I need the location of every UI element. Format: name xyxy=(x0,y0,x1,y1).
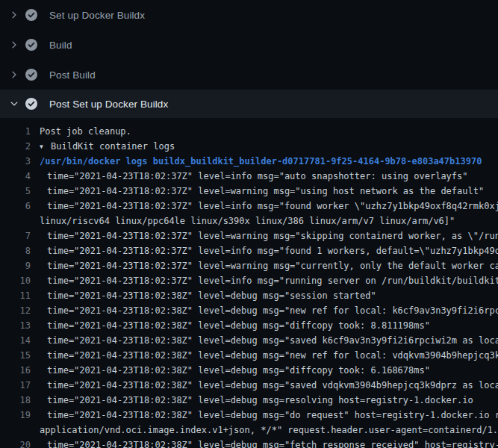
line-number[interactable]: 8 xyxy=(0,243,31,258)
line-number[interactable]: 18 xyxy=(0,393,31,408)
log-text: time="2021-04-23T18:02:38Z" level=debug … xyxy=(40,303,498,318)
step-row-post-build[interactable]: Post Build xyxy=(0,60,498,90)
log-text: time="2021-04-23T18:02:38Z" level=debug … xyxy=(40,348,498,363)
log-line[interactable]: 3/usr/bin/docker logs buildx_buildkit_bu… xyxy=(0,154,498,169)
check-circle-icon xyxy=(25,9,37,21)
check-circle-icon xyxy=(25,69,37,81)
group-toggle-icon[interactable]: ▼ xyxy=(40,140,46,155)
log-text: time="2021-04-23T18:02:37Z" level=info m… xyxy=(40,243,498,258)
log-line[interactable]: 19time="2021-04-23T18:02:38Z" level=debu… xyxy=(0,408,498,423)
log-text: application/vnd.oci.image.index.v1+json,… xyxy=(40,423,498,438)
check-circle-icon xyxy=(25,39,37,51)
log-text: time="2021-04-23T18:02:38Z" level=debug … xyxy=(40,378,498,393)
step-row-set-up-docker-buildx[interactable]: Set up Docker Buildx xyxy=(0,0,498,30)
log-line[interactable]: linux/riscv64 linux/ppc64le linux/s390x … xyxy=(0,214,498,228)
log-line[interactable]: 7time="2021-04-23T18:02:37Z" level=warni… xyxy=(0,228,498,243)
line-number[interactable]: 13 xyxy=(0,318,31,333)
line-number[interactable]: 10 xyxy=(0,273,31,288)
line-number[interactable]: 7 xyxy=(0,228,31,243)
log-line[interactable]: 15time="2021-04-23T18:02:38Z" level=debu… xyxy=(0,348,498,363)
log-line[interactable]: 16time="2021-04-23T18:02:38Z" level=debu… xyxy=(0,363,498,378)
log-text: Post job cleanup. xyxy=(40,124,131,139)
log-text: time="2021-04-23T18:02:37Z" level=warnin… xyxy=(40,228,498,243)
log-line[interactable]: 5time="2021-04-23T18:02:37Z" level=warni… xyxy=(0,184,498,199)
log-text: time="2021-04-23T18:02:38Z" level=debug … xyxy=(40,318,430,333)
log-output: 1Post job cleanup.2▼BuildKit container l… xyxy=(0,118,498,448)
log-text: time="2021-04-23T18:02:37Z" level=warnin… xyxy=(40,258,498,273)
log-line[interactable]: application/vnd.oci.image.index.v1+json,… xyxy=(0,423,498,438)
log-text: time="2021-04-23T18:02:38Z" level=debug … xyxy=(40,363,430,378)
log-text: time="2021-04-23T18:02:38Z" level=debug … xyxy=(40,333,498,348)
line-number[interactable]: 4 xyxy=(0,169,31,184)
log-line[interactable]: 8time="2021-04-23T18:02:37Z" level=info … xyxy=(0,243,498,258)
log-line[interactable]: 14time="2021-04-23T18:02:38Z" level=debu… xyxy=(0,333,498,348)
line-number[interactable]: 2 xyxy=(0,139,31,154)
log-command-text: /usr/bin/docker logs buildx_buildkit_bui… xyxy=(40,154,482,169)
log-text: time="2021-04-23T18:02:37Z" level=info m… xyxy=(40,273,498,288)
step-title: Build xyxy=(49,40,72,51)
log-text: time="2021-04-23T18:02:37Z" level=info m… xyxy=(40,169,468,184)
chevron-right-icon xyxy=(9,69,19,80)
line-number[interactable]: 5 xyxy=(0,184,31,199)
log-line[interactable]: 12time="2021-04-23T18:02:38Z" level=debu… xyxy=(0,303,498,318)
chevron-right-icon xyxy=(9,40,19,50)
step-row-post-set-up-docker-buildx[interactable]: Post Set up Docker Buildx xyxy=(0,90,498,118)
check-circle-icon xyxy=(25,98,37,110)
line-number[interactable]: 17 xyxy=(0,378,31,393)
line-number[interactable]: 14 xyxy=(0,333,31,348)
log-line[interactable]: 17time="2021-04-23T18:02:38Z" level=debu… xyxy=(0,378,498,393)
line-number[interactable]: 20 xyxy=(0,438,31,448)
line-number[interactable]: 12 xyxy=(0,303,31,318)
chevron-right-icon xyxy=(9,10,19,20)
log-text: linux/riscv64 linux/ppc64le linux/s390x … xyxy=(40,214,455,228)
log-line[interactable]: 9time="2021-04-23T18:02:37Z" level=warni… xyxy=(0,258,498,273)
line-number[interactable]: 3 xyxy=(0,154,31,169)
step-row-build[interactable]: Build xyxy=(0,30,498,60)
log-text: time="2021-04-23T18:02:37Z" level=info m… xyxy=(40,199,498,214)
log-text: time="2021-04-23T18:02:38Z" level=debug … xyxy=(40,288,376,303)
actions-log-viewer: Set up Docker Buildx Build Post Build Po… xyxy=(0,0,498,448)
step-title: Post Set up Docker Buildx xyxy=(49,99,168,110)
chevron-down-icon xyxy=(9,99,19,109)
line-number[interactable]: 6 xyxy=(0,199,31,214)
log-line[interactable]: 10time="2021-04-23T18:02:37Z" level=info… xyxy=(0,273,498,288)
log-text: time="2021-04-23T18:02:37Z" level=warnin… xyxy=(40,184,484,199)
line-number xyxy=(0,423,31,438)
log-line[interactable]: 11time="2021-04-23T18:02:38Z" level=debu… xyxy=(0,288,498,303)
log-line[interactable]: 13time="2021-04-23T18:02:38Z" level=debu… xyxy=(0,318,498,333)
log-line[interactable]: 6time="2021-04-23T18:02:37Z" level=info … xyxy=(0,199,498,214)
log-text: time="2021-04-23T18:02:38Z" level=debug … xyxy=(40,438,498,448)
log-line[interactable]: 18time="2021-04-23T18:02:38Z" level=debu… xyxy=(0,393,498,408)
line-number[interactable]: 9 xyxy=(0,258,31,273)
log-line[interactable]: 1Post job cleanup. xyxy=(0,124,498,139)
line-number xyxy=(0,214,31,228)
log-line[interactable]: 2▼BuildKit container logs xyxy=(0,139,498,154)
log-text: time="2021-04-23T18:02:38Z" level=debug … xyxy=(40,408,498,423)
log-line[interactable]: 20time="2021-04-23T18:02:38Z" level=debu… xyxy=(0,438,498,448)
step-title: Set up Docker Buildx xyxy=(49,10,145,21)
line-number[interactable]: 11 xyxy=(0,288,31,303)
line-number[interactable]: 15 xyxy=(0,348,31,363)
log-text: time="2021-04-23T18:02:38Z" level=debug … xyxy=(40,393,473,408)
line-number[interactable]: 1 xyxy=(0,124,31,139)
log-text: ▼BuildKit container logs xyxy=(40,139,175,154)
log-line[interactable]: 4time="2021-04-23T18:02:37Z" level=info … xyxy=(0,169,498,184)
line-number[interactable]: 16 xyxy=(0,363,31,378)
line-number[interactable]: 19 xyxy=(0,408,31,423)
step-title: Post Build xyxy=(49,69,96,81)
